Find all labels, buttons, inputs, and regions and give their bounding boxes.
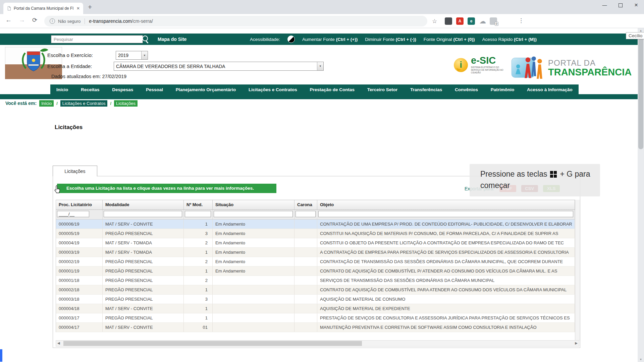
nav-item-planejamento-orcamentario[interactable]: Planejamento Orçamentário — [174, 87, 237, 92]
scroll-up-icon[interactable]: ▲ — [638, 29, 644, 32]
filter-input-objeto[interactable] — [318, 211, 573, 217]
nav-item-terceiro-setor[interactable]: Terceiro Setor — [366, 87, 399, 92]
breadcrumb-separator: / — [110, 101, 111, 106]
horizontal-scroll-thumb[interactable] — [63, 341, 362, 346]
scroll-right-icon[interactable]: ▶ — [575, 341, 578, 345]
column-header-carona[interactable]: Carona — [294, 200, 317, 209]
scroll-left-icon[interactable]: ◀ — [57, 341, 60, 345]
cell-obj: SERVIÇOS DE TRANSMISSÃO DAS SESSÕES ORDI… — [317, 276, 575, 285]
browser-tab[interactable]: Portal da Camara Municipal de Fl ✕ — [3, 3, 83, 14]
page-favicon-icon — [7, 6, 11, 11]
search-input[interactable] — [51, 35, 143, 43]
portal-people-icon — [511, 55, 544, 81]
table-row[interactable]: 000003/18PREGÃO PRESENCIAL3AQUISIÇÃO DE … — [56, 295, 575, 304]
table-row[interactable]: 000004/19MAT / SERV - TOMADA2Em Andament… — [56, 238, 575, 248]
tab-licitacoes[interactable]: Licitações — [53, 166, 97, 176]
cell-mod: MAT / SERV - CONVITE — [103, 220, 184, 229]
nav-item-transferencias[interactable]: Transferências — [409, 87, 443, 92]
exercise-select[interactable]: 2019 ▼ — [116, 51, 148, 60]
instruction-banner: Escolha uma Licitação na lista e clique … — [57, 184, 276, 193]
table-horizontal-scrollbar[interactable]: ◀ ▶ — [56, 340, 579, 347]
nav-item-inicio[interactable]: Início — [55, 87, 69, 92]
cell-sit: Em Andamento — [213, 229, 294, 238]
extension-icon-3[interactable]: 0 — [490, 17, 497, 25]
table-row[interactable]: 000001/18PREGÃO PRESENCIAL2SERVIÇOS DE T… — [56, 276, 575, 285]
table-row[interactable]: 000005/19PREGÃO PRESENCIAL3Em AndamentoC… — [56, 229, 575, 238]
table-row[interactable]: 000002/19PREGÃO PRESENCIAL2Em AndamentoC… — [56, 257, 575, 266]
extension-icon-2[interactable]: e — [468, 17, 475, 25]
minimize-button[interactable]: — — [597, 0, 612, 11]
close-button[interactable]: ✕ — [628, 0, 644, 11]
filter-input-modalidade[interactable] — [104, 211, 182, 217]
filter-input-carona[interactable] — [296, 211, 316, 217]
breadcrumb-item-inicio[interactable]: Início — [39, 100, 54, 107]
browser-menu-icon[interactable]: ⋮ — [518, 17, 524, 24]
extension-icon-1[interactable] — [445, 17, 452, 25]
forward-button[interactable]: → — [19, 16, 25, 24]
table-row[interactable]: 000003/17PREGÃO PRESENCIAL1PRESTAÇÃO DE … — [56, 313, 575, 323]
table-row[interactable]: 000006/19MAT / SERV - CONVITE1Em Andamen… — [56, 220, 575, 229]
contrast-icon[interactable] — [287, 36, 295, 43]
tab-close-icon[interactable]: ✕ — [76, 6, 80, 11]
breadcrumb-item-licitacoes-e-contratos[interactable]: Licitações e Contratos — [60, 100, 108, 107]
quick-access-link[interactable]: Acesso Rápido (Ctrl + (M)) — [482, 37, 537, 42]
table-row[interactable]: 000004/17MAT / SERV - CONVITE01MANUTENÇÃ… — [56, 323, 575, 332]
table-row[interactable]: 000003/19MAT / SERV - TOMADA1Em Andament… — [56, 248, 575, 257]
column-header-modalidade[interactable]: Modalidade — [103, 200, 184, 209]
nav-item-acesso-a-informacao[interactable]: Acesso à Informação — [526, 87, 574, 92]
licitacoes-table: Proc. LicitatórioModalidadeNº Mod.Situaç… — [56, 200, 575, 332]
bookmark-star-icon[interactable]: ☆ — [432, 18, 437, 25]
scroll-down-icon[interactable]: ▼ — [638, 358, 644, 361]
sitemap-link[interactable]: Mapa do Site — [158, 34, 186, 45]
page-info-icon[interactable]: i — [50, 18, 55, 24]
table-vertical-scrollbar[interactable] — [575, 200, 580, 341]
table-row[interactable]: 000001/19PREGÃO PRESENCIAL1Em AndamentoC… — [56, 266, 575, 276]
gamebar-text-after: + G para — [560, 169, 590, 180]
esic-title: e-SIC — [471, 56, 504, 65]
table-row[interactable]: 000002/18PREGÃO PRESENCIAL1CONTRATO DE A… — [56, 285, 575, 295]
cell-mod: PREGÃO PRESENCIAL — [103, 257, 184, 266]
breadcrumb-separator: / — [56, 101, 58, 106]
column-header-situacao[interactable]: Situação — [213, 200, 294, 209]
breadcrumb-item-licitacoes[interactable]: Licitações — [114, 100, 138, 107]
nav-item-pessoal[interactable]: Pessoal — [145, 87, 164, 92]
decrease-font-link[interactable]: Diminuir Fonte (Ctrl + (-)) — [365, 37, 416, 42]
cell-proc: 000004/19 — [56, 238, 103, 247]
nav-item-convenios[interactable]: Convênios — [453, 87, 479, 92]
filter-input-situacao[interactable] — [214, 211, 293, 217]
cell-obj: MANUTENÇÃO PREVENTIVA E CORRETIVA DE SOF… — [317, 323, 575, 332]
cell-mod: PREGÃO PRESENCIAL — [103, 313, 184, 322]
nav-item-licitacoes-e-contratos[interactable]: Licitações e Contratos — [247, 87, 299, 92]
vertical-scroll-thumb[interactable] — [638, 34, 643, 149]
page-vertical-scrollbar[interactable]: ▲ ▼ — [638, 28, 644, 362]
increase-font-link[interactable]: Aumentar Fonte (Ctrl + (+)) — [302, 37, 358, 42]
filter-cell — [294, 210, 317, 219]
back-button[interactable]: ← — [5, 16, 12, 24]
reload-button[interactable]: ⟳ — [32, 16, 37, 24]
exercise-value: 2019 — [116, 53, 141, 58]
column-header-objeto[interactable]: Objeto — [317, 200, 575, 209]
table-row[interactable]: 000004/18MAT / SERV - CONVITE1AQUISIÇÃO … — [56, 304, 575, 313]
url-bar[interactable]: i Não seguro e-transparencia.com/cm-serr… — [44, 16, 427, 26]
nav-item-prestacao-de-contas[interactable]: Prestação de Contas — [308, 87, 356, 92]
filter-cell — [103, 210, 184, 219]
filter-input-n-mod[interactable] — [185, 211, 211, 217]
cell-car — [294, 323, 317, 332]
esic-logo[interactable]: i e-SIC SISTEMA ELETRÔNICO DO SERVIÇO DE… — [454, 56, 504, 74]
nav-item-despesas[interactable]: Despesas — [111, 87, 135, 92]
entity-select[interactable]: CÂMARA DE VEREADORES DE SERRA TALHADA ▼ — [114, 62, 324, 71]
new-tab-button[interactable]: + — [88, 3, 92, 11]
hand-cursor-icon — [54, 185, 62, 194]
nav-item-receitas[interactable]: Receitas — [79, 87, 101, 92]
search-icon[interactable] — [142, 36, 148, 41]
column-header-proc-licitatorio[interactable]: Proc. Licitatório — [56, 200, 103, 209]
original-font-link[interactable]: Fonte Original (Ctrl + (0)) — [424, 37, 475, 42]
filter-input-proc-licitatorio[interactable] — [57, 211, 89, 217]
cell-num: 3 — [184, 295, 213, 304]
nav-item-patrimonio[interactable]: Patrimônio — [489, 87, 516, 92]
column-header-n-mod[interactable]: Nº Mod. — [184, 200, 213, 209]
cell-proc: 000001/19 — [56, 266, 103, 276]
maximize-button[interactable] — [612, 0, 628, 11]
extension-icon-adobe[interactable]: A — [456, 17, 464, 25]
extension-icon-cloud[interactable]: ☁ — [479, 17, 486, 25]
